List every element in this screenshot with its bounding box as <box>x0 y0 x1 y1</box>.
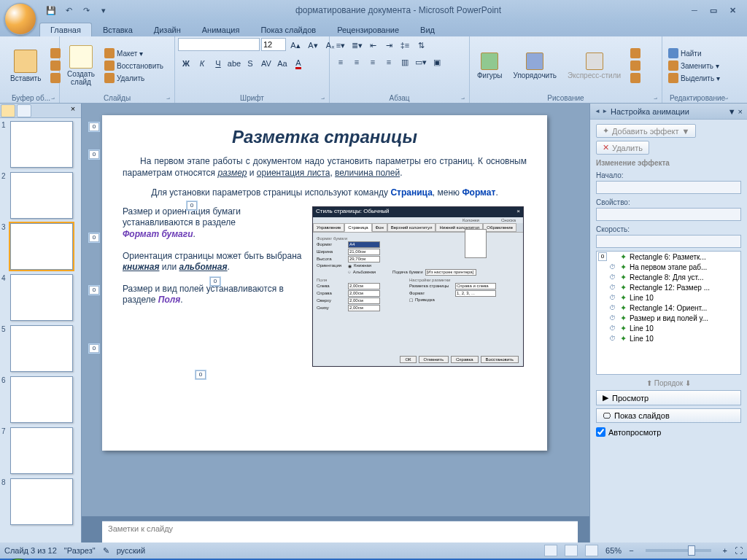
paste-button[interactable]: Вставить <box>6 48 45 84</box>
thumbnail-5[interactable]: 5 <box>1 325 80 372</box>
tab-animation[interactable]: Анимация <box>192 23 250 36</box>
shapes-button[interactable]: Фигуры <box>473 51 506 81</box>
slide-block-3[interactable]: Размер и вид полей устанавливаются в раз… <box>123 284 305 306</box>
shape-effects-button[interactable] <box>627 72 643 84</box>
close-button[interactable]: ✕ <box>724 4 741 17</box>
qat-dropdown-icon[interactable]: ▾ <box>96 3 111 18</box>
shape-fill-button[interactable] <box>627 47 643 59</box>
arrange-button[interactable]: Упорядочить <box>508 51 561 81</box>
animation-item[interactable]: ⏱✦Rectangle 8: Для уст... <box>597 272 740 282</box>
maximize-button[interactable]: ▭ <box>705 4 722 17</box>
slide-block-2[interactable]: Ориентация страницы может быть выбрана к… <box>123 251 305 273</box>
underline-button[interactable]: Ч <box>210 56 226 71</box>
undo-icon[interactable]: ↶ <box>61 3 76 18</box>
tab-review[interactable]: Рецензирование <box>327 23 409 36</box>
align-right-button[interactable]: ≡ <box>365 55 381 69</box>
shrink-font-button[interactable]: A▾ <box>305 38 321 52</box>
redo-icon[interactable]: ↷ <box>79 3 93 18</box>
notes-pane[interactable]: Заметки к слайду <box>102 521 578 542</box>
zoom-level[interactable]: 65% <box>605 546 622 555</box>
animation-item[interactable]: ⏱✦Line 10 <box>597 333 740 343</box>
quick-styles-button[interactable]: Экспресс-стили <box>563 51 625 81</box>
strike-button[interactable]: abe <box>226 56 242 71</box>
tab-view[interactable]: Вид <box>410 23 445 36</box>
char-spacing-button[interactable]: AV <box>258 56 274 71</box>
grow-font-button[interactable]: A▴ <box>287 38 303 52</box>
add-effect-button[interactable]: ✦Добавить эффект ▼ <box>596 124 696 138</box>
save-icon[interactable]: 💾 <box>44 3 58 18</box>
animation-item[interactable]: ⏱✦Rectangle 12: Размер ... <box>597 282 740 292</box>
align-center-button[interactable]: ≡ <box>349 55 365 69</box>
animation-item[interactable]: ⏱✦Размер и вид полей у... <box>597 313 740 323</box>
slide-paragraph-2[interactable]: Для установки параметров страницы исполь… <box>123 187 527 199</box>
text-direction-button[interactable]: ⇅ <box>413 38 429 52</box>
slideshow-button[interactable]: 🖵Показ слайдов <box>596 408 741 423</box>
tab-home[interactable]: Главная <box>39 23 92 36</box>
select-button[interactable]: Выделить ▾ <box>665 72 723 84</box>
spell-check-icon[interactable]: ✎ <box>103 546 109 556</box>
zoom-slider[interactable] <box>646 549 711 552</box>
bold-button[interactable]: Ж <box>178 56 194 71</box>
thumbnail-7[interactable]: 7 <box>1 427 80 474</box>
animation-item[interactable]: ⏱✦На первом этапе раб... <box>597 262 740 272</box>
language-indicator[interactable]: русский <box>117 546 145 555</box>
reset-button[interactable]: Восстановить <box>101 60 166 71</box>
find-button[interactable]: Найти <box>665 47 723 59</box>
font-size-select[interactable] <box>261 38 286 51</box>
thumbnail-6[interactable]: 6 <box>1 376 80 423</box>
columns-button[interactable]: ▥ <box>397 55 413 69</box>
preview-button[interactable]: ▶ Просмотр <box>596 390 741 405</box>
property-select[interactable] <box>596 208 741 221</box>
italic-button[interactable]: К <box>194 56 210 71</box>
animation-item[interactable]: 0✦Rectangle 6: Разметк... <box>597 252 740 262</box>
slideshow-view-button[interactable] <box>585 545 598 556</box>
order-controls[interactable]: ⬆ Порядок ⬇ <box>596 379 741 387</box>
start-select[interactable] <box>596 181 741 194</box>
indent-dec-button[interactable]: ⇤ <box>365 38 381 52</box>
zoom-in-button[interactable]: + <box>723 546 727 555</box>
numbering-button[interactable]: ≣▾ <box>349 38 365 52</box>
align-left-button[interactable]: ≡ <box>333 55 349 69</box>
slides-tab[interactable] <box>1 104 15 117</box>
thumbnail-2[interactable]: 2 <box>1 172 80 219</box>
taskpane-title[interactable]: Настройка анимации▼ × <box>590 104 747 120</box>
indent-inc-button[interactable]: ⇥ <box>381 38 397 52</box>
layout-button[interactable]: Макет ▾ <box>101 47 166 59</box>
speed-select[interactable] <box>596 235 741 248</box>
minimize-button[interactable]: ─ <box>686 4 703 17</box>
align-justify-button[interactable]: ≡ <box>381 55 397 69</box>
office-button[interactable] <box>4 3 36 35</box>
new-slide-button[interactable]: Создать слайд <box>63 44 99 88</box>
animation-item[interactable]: ⏱✦Line 10 <box>597 292 740 303</box>
replace-button[interactable]: Заменить ▾ <box>665 60 723 71</box>
thumbnail-3[interactable]: 3 <box>1 223 80 270</box>
outline-tab[interactable] <box>17 104 31 117</box>
thumbnail-4[interactable]: 4 <box>1 274 80 321</box>
normal-view-button[interactable] <box>544 545 557 556</box>
zoom-out-button[interactable]: − <box>629 546 633 555</box>
font-color-button[interactable]: A <box>290 56 306 71</box>
font-family-select[interactable] <box>178 38 260 51</box>
shadow-button[interactable]: S <box>242 56 258 71</box>
remove-effect-button[interactable]: ✕Удалить <box>596 141 649 155</box>
tab-insert[interactable]: Вставка <box>93 23 143 36</box>
tab-slideshow[interactable]: Показ слайдов <box>250 23 326 36</box>
delete-slide-button[interactable]: Удалить <box>101 72 166 84</box>
autopreview-checkbox[interactable]: Автопросмотр <box>596 427 741 437</box>
bullets-button[interactable]: ≡▾ <box>333 38 349 52</box>
slide-paragraph-1[interactable]: На первом этапе работы с документом надо… <box>123 156 527 179</box>
close-pane-icon[interactable]: × <box>66 104 80 117</box>
animation-item[interactable]: ⏱✦Rectangle 14: Ориент... <box>597 303 740 313</box>
align-text-button[interactable]: ▭▾ <box>413 55 429 69</box>
slide-title[interactable]: Разметка страницы <box>123 127 527 147</box>
thumbnail-8[interactable]: 8 <box>1 478 80 525</box>
shape-outline-button[interactable] <box>627 60 643 71</box>
tab-design[interactable]: Дизайн <box>144 23 191 36</box>
animation-list[interactable]: 0✦Rectangle 6: Разметк...⏱✦На первом эта… <box>596 251 741 375</box>
line-spacing-button[interactable]: ‡≡ <box>397 38 413 52</box>
fit-window-button[interactable]: ⛶ <box>735 546 743 555</box>
thumbnail-1[interactable]: 1 <box>1 121 80 168</box>
slide-block-1[interactable]: Размер и ориентация бумаги устанавливают… <box>123 206 305 241</box>
animation-item[interactable]: ⏱✦Line 10 <box>597 323 740 333</box>
slide-canvas[interactable]: 0 0 0 Разметка страницы На первом этапе … <box>102 115 547 451</box>
